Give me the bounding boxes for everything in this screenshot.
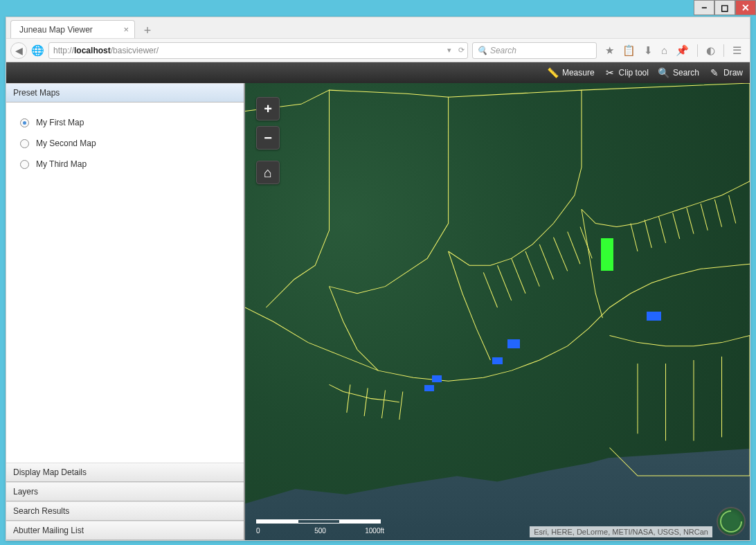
globe-icon: 🌐 xyxy=(31,44,44,57)
url-path: /basicviewer/ xyxy=(111,46,159,55)
svg-line-0 xyxy=(483,272,497,307)
svg-line-9 xyxy=(645,220,651,248)
svg-line-14 xyxy=(714,199,721,226)
draw-label: Draw xyxy=(723,68,743,78)
browser-window: Juneau Map Viewer × + ◀ 🌐 http:// localh… xyxy=(6,17,750,541)
window-maximize-button[interactable]: ◻ xyxy=(714,0,735,15)
measure-label: Measure xyxy=(562,68,595,78)
search-icon: 🔍 xyxy=(477,46,487,55)
preset-maps-body: My First Map My Second Map My Third Map xyxy=(6,102,244,463)
radio-icon xyxy=(20,118,29,127)
radio-icon xyxy=(20,160,29,169)
panel-layers[interactable]: Layers xyxy=(6,482,244,501)
scissors-icon: ✂ xyxy=(604,67,615,78)
svg-line-3 xyxy=(525,251,539,287)
preset-label: My Second Map xyxy=(36,139,96,148)
pin-icon[interactable]: 📌 xyxy=(676,44,689,57)
home-extent-button[interactable]: ⌂ xyxy=(256,161,280,184)
map-attribution: Esri, HERE, DeLorme, METI/NASA, USGS, NR… xyxy=(530,526,712,537)
divider xyxy=(697,44,698,57)
measure-tool-button[interactable]: 📏 Measure xyxy=(548,67,595,78)
zoom-in-button[interactable]: + xyxy=(256,97,280,120)
zoom-controls: + − ⌂ xyxy=(256,97,280,184)
sync-icon[interactable]: ◐ xyxy=(706,44,715,57)
url-prefix: http:// xyxy=(53,46,74,55)
svg-line-15 xyxy=(729,195,736,224)
svg-line-11 xyxy=(673,213,680,238)
window-titlebar: − ◻ ✕ xyxy=(0,0,756,17)
search-placeholder: Search xyxy=(490,46,516,55)
panel-abutter-mailing[interactable]: Abutter Mailing List xyxy=(6,521,244,540)
url-host: localhost xyxy=(74,46,111,55)
highlighted-parcel xyxy=(647,312,662,321)
browser-search-input[interactable]: 🔍 Search xyxy=(472,42,597,59)
svg-line-17 xyxy=(364,388,368,416)
app-content: 📏 Measure ✂ Clip tool 🔍 Search ✎ Draw Pr… xyxy=(6,62,750,540)
svg-line-13 xyxy=(701,204,708,230)
browser-tab[interactable]: Juneau Map Viewer × xyxy=(10,20,135,38)
scale-tick: 500 xyxy=(299,527,342,535)
map-viewport[interactable]: + − ⌂ 0 500 1000ft Esri, HERE, DeLorme, … xyxy=(245,83,750,540)
back-button[interactable]: ◀ xyxy=(10,42,27,59)
svg-line-1 xyxy=(498,265,512,301)
window-minimize-button[interactable]: − xyxy=(694,0,714,15)
panel-preset-maps[interactable]: Preset Maps xyxy=(6,83,244,102)
preset-map-option[interactable]: My First Map xyxy=(17,112,233,133)
app-toolbar: 📏 Measure ✂ Clip tool 🔍 Search ✎ Draw xyxy=(6,62,750,83)
browser-icons: ★ 📋 ⬇ ⌂ 📌 ◐ ☰ xyxy=(601,44,746,57)
selected-parcel xyxy=(601,238,613,270)
highlighted-parcel xyxy=(507,339,520,348)
scale-tick: 0 xyxy=(256,527,299,535)
svg-line-5 xyxy=(554,238,568,271)
esri-logo-icon xyxy=(717,507,746,536)
svg-line-10 xyxy=(658,216,665,242)
svg-line-19 xyxy=(399,392,403,420)
tab-close-icon[interactable]: × xyxy=(123,24,129,35)
divider xyxy=(723,44,724,57)
scale-tick: 1000ft xyxy=(341,527,384,535)
highlighted-parcel xyxy=(432,375,442,382)
zoom-out-button[interactable]: − xyxy=(256,126,280,150)
preset-label: My First Map xyxy=(36,118,84,127)
browser-toolbar: ◀ 🌐 http:// localhost /basicviewer/ ▾ ⟳ … xyxy=(6,38,750,62)
clip-tool-button[interactable]: ✂ Clip tool xyxy=(604,67,649,78)
draw-tool-button[interactable]: ✎ Draw xyxy=(709,67,743,78)
clip-label: Clip tool xyxy=(619,68,649,78)
history-dropdown-icon[interactable]: ▾ xyxy=(447,46,451,55)
browser-tabbar: Juneau Map Viewer × + xyxy=(6,17,750,38)
address-bar[interactable]: http:// localhost /basicviewer/ ▾ ⟳ xyxy=(48,42,468,59)
radio-icon xyxy=(20,139,29,148)
clipboard-icon[interactable]: 📋 xyxy=(622,44,636,57)
search-label: Search xyxy=(673,68,699,78)
window-close-button[interactable]: ✕ xyxy=(735,0,756,15)
parcel-overlay xyxy=(245,83,750,532)
download-icon[interactable]: ⬇ xyxy=(644,44,653,57)
pencil-icon: ✎ xyxy=(709,67,720,78)
preset-label: My Third Map xyxy=(36,159,87,169)
panel-display-details[interactable]: Display Map Details xyxy=(6,463,244,482)
preset-map-option[interactable]: My Third Map xyxy=(17,154,233,175)
scale-labels: 0 500 1000ft xyxy=(256,527,384,535)
new-tab-button[interactable]: + xyxy=(139,23,156,38)
svg-line-2 xyxy=(512,258,525,294)
svg-line-4 xyxy=(539,244,553,280)
highlighted-parcel xyxy=(492,357,503,364)
sidebar: Preset Maps My First Map My Second Map M… xyxy=(6,83,245,540)
svg-line-8 xyxy=(631,224,638,252)
svg-line-7 xyxy=(580,227,592,259)
svg-line-6 xyxy=(568,232,580,265)
ruler-icon: 📏 xyxy=(548,67,559,78)
search-icon: 🔍 xyxy=(658,67,669,78)
preset-map-option[interactable]: My Second Map xyxy=(17,133,233,154)
panel-search-results[interactable]: Search Results xyxy=(6,501,244,521)
app-body: Preset Maps My First Map My Second Map M… xyxy=(6,83,750,540)
map-surface xyxy=(245,83,750,540)
svg-line-18 xyxy=(381,390,385,418)
home-icon[interactable]: ⌂ xyxy=(661,44,667,56)
svg-line-16 xyxy=(347,384,350,413)
reload-icon[interactable]: ⟳ xyxy=(458,46,465,55)
highlighted-parcel xyxy=(424,385,435,392)
search-tool-button[interactable]: 🔍 Search xyxy=(658,67,699,78)
menu-icon[interactable]: ☰ xyxy=(732,44,741,57)
bookmark-star-icon[interactable]: ★ xyxy=(605,44,614,57)
